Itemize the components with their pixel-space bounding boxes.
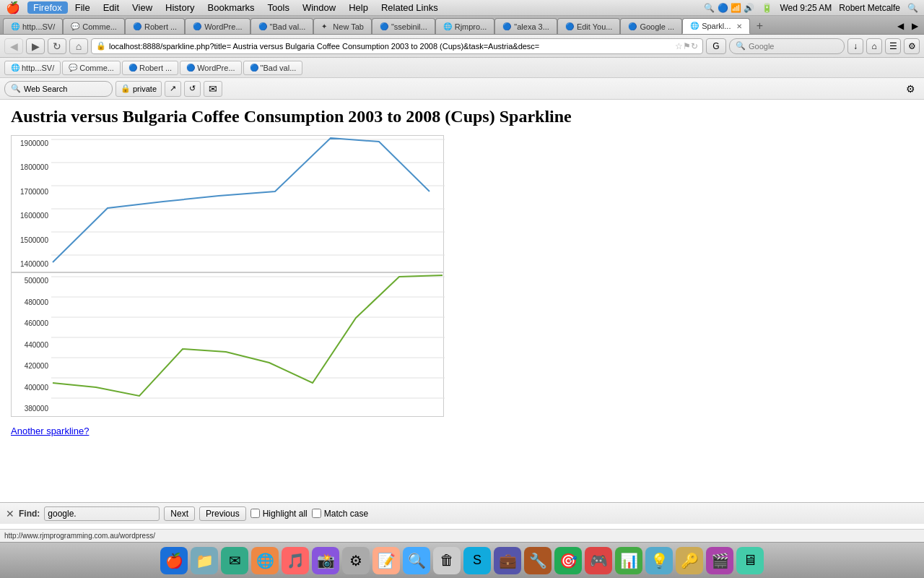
bulgaria-y-500000: 500000	[25, 277, 48, 285]
tab-scroll-right[interactable]: ▶	[908, 18, 921, 34]
dock-text[interactable]: 📝	[372, 547, 400, 574]
dock-extra7[interactable]: 🔑	[676, 547, 703, 574]
private-button[interactable]: 🔒 private	[116, 81, 162, 97]
menu-bookmarks[interactable]: Bookmarks	[202, 1, 261, 14]
bm-icon-wp: 🔵	[186, 64, 195, 72]
bm-http[interactable]: 🌐 http...SV/	[4, 61, 61, 75]
highlight-label[interactable]: Highlight all	[263, 509, 308, 519]
tab-favicon-ey: 🔵	[565, 22, 574, 31]
dock-browser[interactable]: 🌐	[251, 547, 279, 574]
find-previous-button[interactable]: Previous	[199, 506, 246, 521]
tab-ssebnil[interactable]: 🔵 "ssebinil...	[372, 18, 435, 34]
page-title: Austria versus Bulgaria Coffee Consumpti…	[11, 107, 913, 126]
dock-trash[interactable]: 🗑	[433, 547, 461, 574]
dock-skype[interactable]: S	[463, 547, 491, 574]
dock-finder[interactable]: 🍎	[160, 547, 188, 574]
menu-related-links[interactable]: Related Links	[375, 1, 444, 14]
reload-button[interactable]: ↻	[48, 38, 66, 54]
find-close-button[interactable]: ✕	[6, 508, 14, 519]
dock-mail[interactable]: ✉	[221, 547, 248, 574]
bm-comme[interactable]: 💬 Comme...	[62, 61, 121, 75]
dock-extra2[interactable]: 🔧	[524, 547, 552, 574]
austria-svg-area	[51, 136, 445, 272]
menu-help[interactable]: Help	[343, 1, 374, 14]
web-search-bar[interactable]: 🔍	[4, 81, 113, 97]
find-label: Find:	[19, 509, 40, 519]
find-next-button[interactable]: Next	[164, 506, 195, 521]
bulgaria-svg-area	[51, 273, 445, 416]
menu-edit[interactable]: Edit	[97, 1, 125, 14]
dock-extra4[interactable]: 🎮	[585, 547, 612, 574]
bm-robert[interactable]: 🔵 Robert ...	[122, 61, 178, 75]
dock-extra5[interactable]: 📊	[615, 547, 642, 574]
menu-history[interactable]: History	[160, 1, 200, 14]
another-sparkline-link[interactable]: Another sparkline?	[11, 426, 89, 436]
menu-tools[interactable]: Tools	[262, 1, 295, 14]
menu-file[interactable]: File	[69, 1, 96, 14]
home-nav-button[interactable]: ⌂	[866, 38, 882, 54]
tab-badval[interactable]: 🔵 "Bad val...	[250, 18, 314, 34]
match-case-checkbox[interactable]	[312, 509, 321, 518]
dock-extra1[interactable]: 💼	[494, 547, 521, 574]
new-tab-button[interactable]: +	[751, 18, 767, 34]
search-bar[interactable]: 🔍	[729, 38, 845, 54]
search-icon[interactable]: 🔍	[907, 3, 918, 13]
dock-extra3[interactable]: 🎯	[554, 547, 582, 574]
bulgaria-y-440000: 440000	[25, 341, 48, 349]
apple-menu[interactable]: 🍎	[6, 1, 20, 14]
tab-scroll-left[interactable]: ◀	[894, 18, 907, 34]
back-button[interactable]: ◀	[4, 38, 23, 54]
tab-alexa[interactable]: 🔵 "alexa 3...	[494, 18, 557, 34]
tab-robert[interactable]: 🔵 Robert ...	[125, 18, 185, 34]
dock-extra8[interactable]: 🎬	[706, 547, 733, 574]
nav-options-button[interactable]: ☰	[885, 38, 901, 54]
dock-extra6[interactable]: 💡	[645, 547, 673, 574]
dock-music[interactable]: 🎵	[282, 547, 309, 574]
tab-close-sparkline[interactable]: ✕	[736, 22, 742, 30]
google-icon-btn[interactable]: G	[706, 38, 726, 54]
find-input-wrapper[interactable]	[44, 506, 160, 521]
match-case-label[interactable]: Match case	[324, 509, 368, 519]
tab-rjm[interactable]: 🌐 Rjmpro...	[435, 18, 495, 34]
menu-view[interactable]: View	[126, 1, 158, 14]
url-bar[interactable]: 🔒 ☆ ⚑ ↻	[91, 38, 703, 54]
tab-sparkline[interactable]: 🌐 Sparkl... ✕	[682, 18, 750, 34]
dock-folder[interactable]: 📁	[191, 547, 218, 574]
dock-extra9[interactable]: 🖥	[736, 547, 764, 574]
share-button[interactable]: ↗	[165, 81, 181, 97]
menubar-right: 🔍 🔵 📶 🔊 🔋 Wed 9:25 AM Robert Metcalfe 🔍	[704, 3, 918, 13]
tab-google[interactable]: 🔵 Google ...	[620, 18, 682, 34]
tab-http[interactable]: 🌐 http...SV/	[3, 18, 63, 34]
tab-comme[interactable]: 💬 Comme...	[63, 18, 125, 34]
refresh-button[interactable]: ↺	[184, 81, 201, 97]
menu-firefox[interactable]: Firefox	[27, 1, 68, 14]
highlight-checkbox[interactable]	[250, 509, 260, 518]
tab-wordpress[interactable]: 🔵 WordPre...	[185, 18, 250, 34]
tab-edityou[interactable]: 🔵 Edit You...	[557, 18, 621, 34]
austria-y-axis: 1900000 1800000 1700000 1600000 1500000 …	[12, 136, 51, 272]
search-icon: 🔍	[736, 41, 746, 51]
search-input[interactable]	[749, 42, 838, 51]
bm-badval[interactable]: 🔵 "Bad val...	[243, 61, 303, 75]
find-search-input[interactable]	[48, 509, 156, 519]
tab-newtab[interactable]: ✦ New Tab	[313, 18, 372, 34]
bm-wp[interactable]: 🔵 WordPre...	[180, 61, 241, 75]
toolbar: 🔍 🔒 private ↗ ↺ ✉ ⚙	[0, 78, 924, 100]
mail-button[interactable]: ✉	[204, 81, 222, 97]
dock-search[interactable]: 🔍	[403, 547, 430, 574]
bm-label-robert: Robert ...	[139, 64, 172, 72]
dock-settings[interactable]: ⚙	[342, 547, 370, 574]
highlight-all-wrapper: Highlight all	[250, 509, 308, 519]
home-button[interactable]: ⌂	[69, 38, 88, 54]
web-search-input[interactable]	[24, 85, 106, 93]
dock-photos[interactable]: 📸	[312, 547, 339, 574]
gear-button[interactable]: ⚙	[902, 81, 920, 97]
bulgaria-svg	[51, 273, 445, 414]
nav-more-button[interactable]: ⚙	[904, 38, 920, 54]
tab-label-go: Google ...	[640, 22, 674, 31]
bulgaria-y-380000: 380000	[25, 405, 48, 413]
forward-button[interactable]: ▶	[26, 38, 45, 54]
download-button[interactable]: ↓	[847, 38, 863, 54]
url-input[interactable]	[109, 42, 672, 51]
menu-window[interactable]: Window	[297, 1, 341, 14]
